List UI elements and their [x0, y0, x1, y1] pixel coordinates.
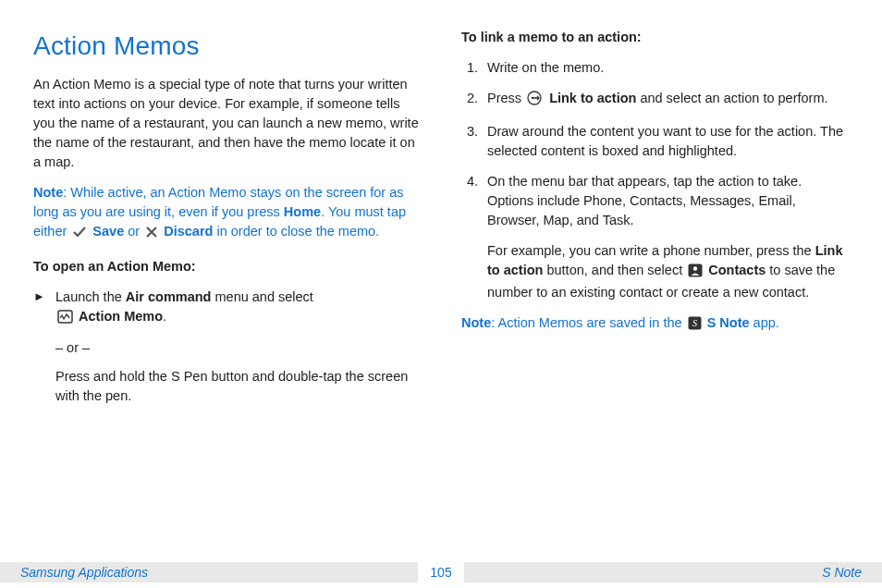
note2-snote: S Note [707, 315, 750, 330]
step-text: Press Link to action and select an actio… [487, 89, 849, 111]
step-number: 1. [461, 58, 478, 78]
content-area: Action Memos An Action Memo is a special… [0, 0, 882, 544]
footer-right: S Note [464, 565, 882, 580]
svg-point-2 [532, 97, 534, 100]
ex-pre: For example, you can write a phone numbe… [487, 243, 815, 258]
alt-instruction: Press and hold the S Pen button and doub… [55, 367, 421, 406]
note2-post: app. [750, 315, 779, 330]
bullet-post: . [163, 309, 166, 324]
page-footer: Samsung Applications 105 S Note [0, 557, 882, 588]
note-text-or: or [124, 224, 143, 239]
step-number: 2. [461, 89, 478, 111]
footer-left: Samsung Applications [0, 565, 148, 580]
link-to-action-icon [527, 91, 544, 111]
bullet-marker: ► [33, 288, 46, 329]
note-discard: Discard [164, 224, 213, 239]
step-number: 4. [461, 172, 478, 302]
step-number: 3. [461, 122, 478, 161]
link-heading: To link a memo to an action: [461, 28, 849, 47]
footer-bar-left: Samsung Applications [0, 562, 418, 582]
or-separator: – or – [55, 338, 421, 358]
ex-mid: button, and then select [543, 263, 686, 277]
note2-paragraph: Note: Action Memos are saved in the S S … [461, 313, 849, 336]
step4-text: On the menu bar that appears, tap the ac… [487, 174, 802, 227]
note-paragraph: Note: While active, an Action Memo stays… [33, 183, 421, 244]
right-column: To link a memo to an action: 1. Write on… [461, 28, 849, 544]
bullet-aircmd: Air command [126, 289, 212, 304]
svg-point-4 [693, 266, 697, 270]
note-home: Home [284, 204, 321, 219]
bullet-text: Launch the Air command menu and select A… [55, 288, 421, 329]
step-row: 4. On the menu bar that appears, tap the… [461, 172, 849, 302]
note-save: Save [92, 224, 124, 239]
intro-paragraph: An Action Memo is a special type of note… [33, 75, 421, 172]
x-icon [145, 225, 158, 244]
bullet-mid: menu and select [211, 289, 312, 304]
note-label: Note [33, 185, 63, 200]
bullet-pre: Launch the [55, 289, 126, 304]
note-text-post: in order to close the memo. [213, 224, 379, 239]
section-title: Action Memos [33, 28, 421, 66]
ex-contacts: Contacts [708, 263, 766, 277]
action-memo-icon [57, 310, 73, 329]
step-text: On the menu bar that appears, tap the ac… [487, 172, 849, 302]
step-text: Write on the memo. [487, 58, 849, 78]
s-note-icon: S [688, 316, 702, 336]
open-heading: To open an Action Memo: [33, 257, 421, 276]
contacts-icon [688, 263, 703, 283]
bullet-item: ► Launch the Air command menu and select… [33, 288, 421, 329]
step-text: Draw around the content you want to use … [487, 122, 849, 161]
step-row: 2. Press Link to action and select an ac… [461, 89, 849, 111]
document-page: Action Memos An Action Memo is a special… [0, 0, 882, 588]
step-bold: Link to action [549, 91, 636, 105]
step-post: and select an action to perform. [636, 91, 827, 105]
step-pre: Press [487, 91, 525, 105]
svg-text:S: S [692, 318, 697, 328]
page-number: 105 [418, 565, 464, 580]
footer-bar-right: S Note [464, 562, 882, 582]
left-column: Action Memos An Action Memo is a special… [33, 28, 421, 544]
check-icon [72, 225, 87, 244]
example-paragraph: For example, you can write a phone numbe… [487, 241, 849, 302]
bullet-action: Action Memo [79, 309, 163, 324]
note2-pre: : Action Memos are saved in the [491, 315, 685, 330]
step-row: 3. Draw around the content you want to u… [461, 122, 849, 161]
note2-label: Note [461, 315, 491, 330]
step-row: 1. Write on the memo. [461, 58, 849, 78]
